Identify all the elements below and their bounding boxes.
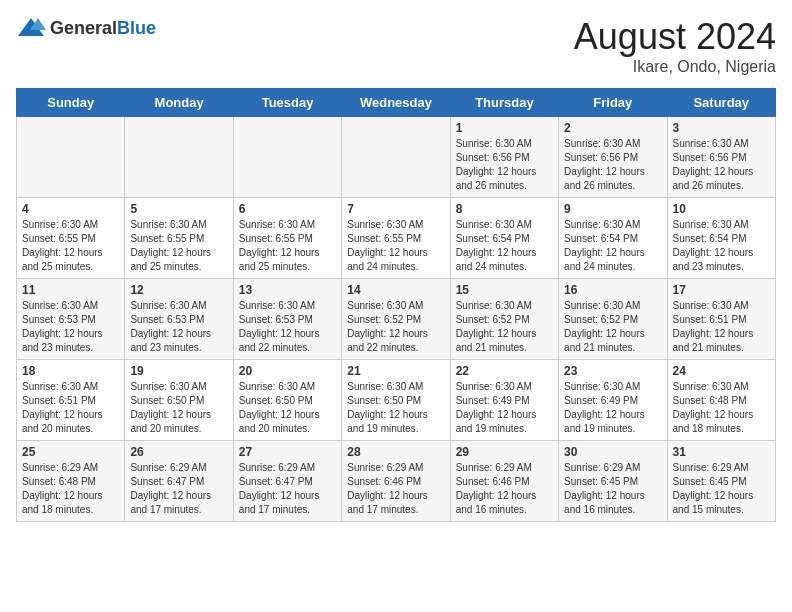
header: GeneralBlue August 2024 Ikare, Ondo, Nig… — [16, 16, 776, 76]
calendar-cell: 2Sunrise: 6:30 AM Sunset: 6:56 PM Daylig… — [559, 117, 667, 198]
day-number: 22 — [456, 364, 553, 378]
logo-blue: Blue — [117, 18, 156, 38]
cell-content: Sunrise: 6:30 AM Sunset: 6:54 PM Dayligh… — [564, 218, 661, 274]
calendar-cell: 16Sunrise: 6:30 AM Sunset: 6:52 PM Dayli… — [559, 279, 667, 360]
day-number: 21 — [347, 364, 444, 378]
day-number: 10 — [673, 202, 770, 216]
calendar-cell: 28Sunrise: 6:29 AM Sunset: 6:46 PM Dayli… — [342, 441, 450, 522]
day-number: 25 — [22, 445, 119, 459]
calendar-cell: 19Sunrise: 6:30 AM Sunset: 6:50 PM Dayli… — [125, 360, 233, 441]
calendar-cell: 26Sunrise: 6:29 AM Sunset: 6:47 PM Dayli… — [125, 441, 233, 522]
calendar-cell: 5Sunrise: 6:30 AM Sunset: 6:55 PM Daylig… — [125, 198, 233, 279]
calendar-cell: 23Sunrise: 6:30 AM Sunset: 6:49 PM Dayli… — [559, 360, 667, 441]
week-row-4: 18Sunrise: 6:30 AM Sunset: 6:51 PM Dayli… — [17, 360, 776, 441]
day-header-saturday: Saturday — [667, 89, 775, 117]
cell-content: Sunrise: 6:29 AM Sunset: 6:48 PM Dayligh… — [22, 461, 119, 517]
cell-content: Sunrise: 6:30 AM Sunset: 6:55 PM Dayligh… — [130, 218, 227, 274]
calendar-cell: 11Sunrise: 6:30 AM Sunset: 6:53 PM Dayli… — [17, 279, 125, 360]
day-number: 4 — [22, 202, 119, 216]
calendar-cell: 6Sunrise: 6:30 AM Sunset: 6:55 PM Daylig… — [233, 198, 341, 279]
calendar-cell: 13Sunrise: 6:30 AM Sunset: 6:53 PM Dayli… — [233, 279, 341, 360]
day-number: 8 — [456, 202, 553, 216]
calendar-cell: 12Sunrise: 6:30 AM Sunset: 6:53 PM Dayli… — [125, 279, 233, 360]
calendar-cell: 21Sunrise: 6:30 AM Sunset: 6:50 PM Dayli… — [342, 360, 450, 441]
calendar-cell: 4Sunrise: 6:30 AM Sunset: 6:55 PM Daylig… — [17, 198, 125, 279]
week-row-5: 25Sunrise: 6:29 AM Sunset: 6:48 PM Dayli… — [17, 441, 776, 522]
day-number: 18 — [22, 364, 119, 378]
calendar-cell: 3Sunrise: 6:30 AM Sunset: 6:56 PM Daylig… — [667, 117, 775, 198]
day-number: 20 — [239, 364, 336, 378]
cell-content: Sunrise: 6:29 AM Sunset: 6:46 PM Dayligh… — [347, 461, 444, 517]
cell-content: Sunrise: 6:30 AM Sunset: 6:56 PM Dayligh… — [456, 137, 553, 193]
calendar-body: 1Sunrise: 6:30 AM Sunset: 6:56 PM Daylig… — [17, 117, 776, 522]
cell-content: Sunrise: 6:29 AM Sunset: 6:45 PM Dayligh… — [673, 461, 770, 517]
day-number: 14 — [347, 283, 444, 297]
cell-content: Sunrise: 6:30 AM Sunset: 6:49 PM Dayligh… — [456, 380, 553, 436]
cell-content: Sunrise: 6:30 AM Sunset: 6:52 PM Dayligh… — [456, 299, 553, 355]
calendar-cell: 17Sunrise: 6:30 AM Sunset: 6:51 PM Dayli… — [667, 279, 775, 360]
cell-content: Sunrise: 6:29 AM Sunset: 6:46 PM Dayligh… — [456, 461, 553, 517]
calendar-cell: 7Sunrise: 6:30 AM Sunset: 6:55 PM Daylig… — [342, 198, 450, 279]
title-area: August 2024 Ikare, Ondo, Nigeria — [574, 16, 776, 76]
day-number: 30 — [564, 445, 661, 459]
day-header-tuesday: Tuesday — [233, 89, 341, 117]
calendar-cell: 20Sunrise: 6:30 AM Sunset: 6:50 PM Dayli… — [233, 360, 341, 441]
logo: GeneralBlue — [16, 16, 156, 40]
cell-content: Sunrise: 6:29 AM Sunset: 6:47 PM Dayligh… — [130, 461, 227, 517]
cell-content: Sunrise: 6:30 AM Sunset: 6:54 PM Dayligh… — [456, 218, 553, 274]
day-number: 5 — [130, 202, 227, 216]
calendar-cell: 22Sunrise: 6:30 AM Sunset: 6:49 PM Dayli… — [450, 360, 558, 441]
cell-content: Sunrise: 6:30 AM Sunset: 6:55 PM Dayligh… — [239, 218, 336, 274]
calendar-cell: 30Sunrise: 6:29 AM Sunset: 6:45 PM Dayli… — [559, 441, 667, 522]
calendar-cell: 1Sunrise: 6:30 AM Sunset: 6:56 PM Daylig… — [450, 117, 558, 198]
day-number: 26 — [130, 445, 227, 459]
calendar-cell: 29Sunrise: 6:29 AM Sunset: 6:46 PM Dayli… — [450, 441, 558, 522]
calendar-cell: 18Sunrise: 6:30 AM Sunset: 6:51 PM Dayli… — [17, 360, 125, 441]
week-row-3: 11Sunrise: 6:30 AM Sunset: 6:53 PM Dayli… — [17, 279, 776, 360]
day-number: 31 — [673, 445, 770, 459]
calendar-table: SundayMondayTuesdayWednesdayThursdayFrid… — [16, 88, 776, 522]
day-number: 29 — [456, 445, 553, 459]
cell-content: Sunrise: 6:29 AM Sunset: 6:47 PM Dayligh… — [239, 461, 336, 517]
day-number: 9 — [564, 202, 661, 216]
day-number: 23 — [564, 364, 661, 378]
day-number: 2 — [564, 121, 661, 135]
cell-content: Sunrise: 6:30 AM Sunset: 6:56 PM Dayligh… — [673, 137, 770, 193]
day-number: 28 — [347, 445, 444, 459]
day-number: 6 — [239, 202, 336, 216]
day-header-wednesday: Wednesday — [342, 89, 450, 117]
calendar-cell: 8Sunrise: 6:30 AM Sunset: 6:54 PM Daylig… — [450, 198, 558, 279]
cell-content: Sunrise: 6:30 AM Sunset: 6:51 PM Dayligh… — [673, 299, 770, 355]
day-header-sunday: Sunday — [17, 89, 125, 117]
calendar-cell — [342, 117, 450, 198]
day-header-friday: Friday — [559, 89, 667, 117]
cell-content: Sunrise: 6:30 AM Sunset: 6:50 PM Dayligh… — [347, 380, 444, 436]
cell-content: Sunrise: 6:30 AM Sunset: 6:49 PM Dayligh… — [564, 380, 661, 436]
day-number: 11 — [22, 283, 119, 297]
calendar-cell: 24Sunrise: 6:30 AM Sunset: 6:48 PM Dayli… — [667, 360, 775, 441]
day-number: 15 — [456, 283, 553, 297]
calendar-cell: 31Sunrise: 6:29 AM Sunset: 6:45 PM Dayli… — [667, 441, 775, 522]
days-header-row: SundayMondayTuesdayWednesdayThursdayFrid… — [17, 89, 776, 117]
day-number: 3 — [673, 121, 770, 135]
cell-content: Sunrise: 6:30 AM Sunset: 6:53 PM Dayligh… — [239, 299, 336, 355]
day-number: 24 — [673, 364, 770, 378]
page-title: August 2024 — [574, 16, 776, 58]
day-number: 12 — [130, 283, 227, 297]
calendar-cell: 25Sunrise: 6:29 AM Sunset: 6:48 PM Dayli… — [17, 441, 125, 522]
calendar-cell: 9Sunrise: 6:30 AM Sunset: 6:54 PM Daylig… — [559, 198, 667, 279]
logo-icon — [16, 16, 46, 40]
logo-general: General — [50, 18, 117, 38]
cell-content: Sunrise: 6:30 AM Sunset: 6:55 PM Dayligh… — [347, 218, 444, 274]
calendar-cell — [125, 117, 233, 198]
day-number: 1 — [456, 121, 553, 135]
cell-content: Sunrise: 6:30 AM Sunset: 6:55 PM Dayligh… — [22, 218, 119, 274]
cell-content: Sunrise: 6:29 AM Sunset: 6:45 PM Dayligh… — [564, 461, 661, 517]
calendar-cell — [233, 117, 341, 198]
calendar-cell — [17, 117, 125, 198]
day-number: 27 — [239, 445, 336, 459]
cell-content: Sunrise: 6:30 AM Sunset: 6:56 PM Dayligh… — [564, 137, 661, 193]
day-number: 17 — [673, 283, 770, 297]
calendar-cell: 27Sunrise: 6:29 AM Sunset: 6:47 PM Dayli… — [233, 441, 341, 522]
day-number: 7 — [347, 202, 444, 216]
